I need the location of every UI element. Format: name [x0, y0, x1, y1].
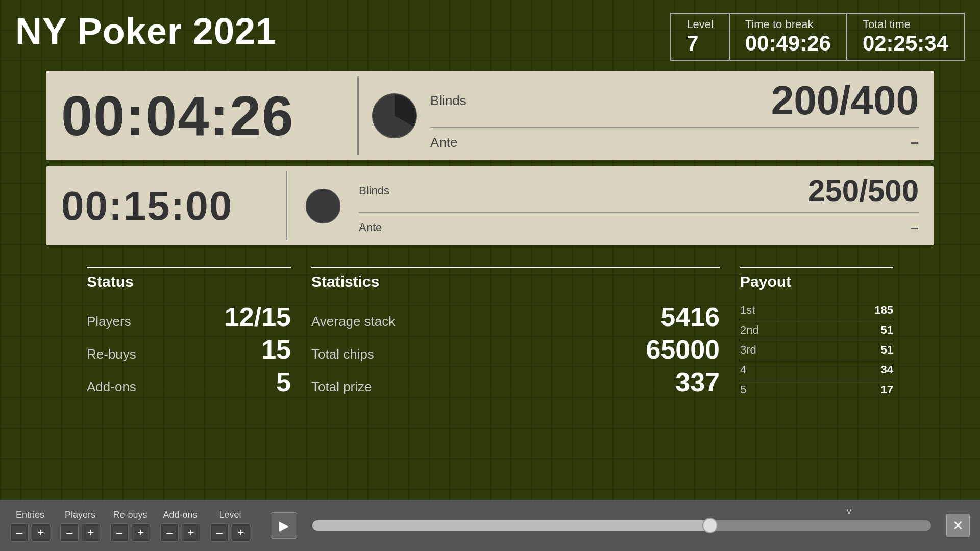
rebuys-value: 15	[261, 336, 291, 363]
primary-ante-value: –	[910, 134, 919, 151]
players-plus-btn[interactable]: +	[82, 523, 100, 542]
blinds-divider	[430, 127, 919, 128]
secondary-blinds-divider	[359, 212, 919, 213]
progress-bar[interactable]: v	[312, 520, 931, 531]
payout-row: 3rd 51	[740, 340, 893, 360]
entries-label: Entries	[16, 510, 44, 520]
avg-stack-value: 5416	[660, 304, 720, 330]
entries-plus-btn[interactable]: +	[32, 523, 50, 542]
players-control: Players – +	[60, 510, 100, 542]
total-prize-value: 337	[675, 369, 720, 395]
primary-blinds-row: Blinds 200/400	[430, 76, 919, 125]
addons-control: Add-ons – +	[160, 510, 200, 542]
addons-buttons: – +	[160, 523, 200, 542]
payout-place: 1st	[740, 304, 755, 317]
total-chips-label: Total chips	[311, 346, 374, 362]
rebuys-buttons: – +	[110, 523, 150, 542]
primary-blinds-section: Blinds 200/400 Ante –	[420, 76, 919, 155]
timer-divider-secondary	[286, 171, 287, 240]
time-to-break-value: 00:49:26	[745, 31, 831, 56]
total-chips-value: 65000	[646, 336, 720, 363]
total-time-label: Total time	[863, 18, 948, 31]
payout-amount: 34	[881, 363, 893, 377]
level-control: Level – +	[210, 510, 250, 542]
app-title: NY Poker 2021	[15, 10, 277, 52]
rebuys-minus-btn[interactable]: –	[110, 523, 129, 542]
close-button[interactable]: ✕	[946, 514, 970, 537]
secondary-ante-row: Ante –	[359, 215, 919, 240]
primary-timer-icon	[369, 93, 420, 139]
status-header: Status	[87, 267, 291, 298]
addons-minus-btn[interactable]: –	[160, 523, 179, 542]
avg-stack-row: Average stack 5416	[311, 300, 720, 333]
timer-divider-primary	[357, 76, 359, 155]
players-minus-btn[interactable]: –	[60, 523, 79, 542]
entries-minus-btn[interactable]: –	[10, 523, 29, 542]
status-column: Status Players 12/15 Re-buys 15 Add-ons …	[87, 267, 291, 399]
players-buttons: – +	[60, 523, 100, 542]
addons-value: 5	[276, 369, 291, 395]
progress-fill	[312, 520, 715, 531]
statistics-column: Statistics Average stack 5416 Total chip…	[311, 267, 720, 399]
level-minus-btn[interactable]: –	[210, 523, 229, 542]
time-to-break-stat: Time to break 00:49:26	[730, 14, 847, 60]
total-time-stat: Total time 02:25:34	[847, 14, 964, 60]
time-to-break-label: Time to break	[745, 18, 831, 31]
secondary-timer-icon	[298, 188, 349, 224]
payout-place: 5	[740, 383, 746, 396]
level-ctrl-label: Level	[219, 510, 241, 520]
total-prize-label: Total prize	[311, 379, 372, 395]
secondary-ante-value: –	[910, 219, 919, 236]
v-label: v	[844, 505, 854, 518]
payout-column: Payout 1st 185 2nd 51 3rd 51 4 34 5 17	[740, 267, 893, 399]
secondary-timer-panel: 00:15:00 Blinds 250/500 Ante –	[46, 166, 934, 245]
level-stat: Level 7	[671, 14, 730, 60]
payout-row: 1st 185	[740, 300, 893, 320]
payout-place: 4	[740, 363, 746, 377]
primary-ante-label: Ante	[430, 135, 458, 151]
total-chips-row: Total chips 65000	[311, 333, 720, 366]
payout-amount: 17	[881, 383, 893, 396]
timer-section: 00:04:26 Blinds 200/400 Ante – 00:15:00	[0, 66, 980, 257]
secondary-ante-label: Ante	[359, 221, 382, 234]
entries-control: Entries – +	[10, 510, 50, 542]
secondary-blinds-label: Blinds	[359, 184, 389, 197]
secondary-blinds-section: Blinds 250/500 Ante –	[349, 171, 919, 240]
level-plus-btn[interactable]: +	[232, 523, 250, 542]
payout-row: 4 34	[740, 360, 893, 380]
statistics-header: Statistics	[311, 267, 720, 298]
level-value: 7	[687, 31, 714, 56]
total-time-value: 02:25:34	[863, 31, 948, 56]
header-stats: Level 7 Time to break 00:49:26 Total tim…	[670, 13, 965, 61]
total-prize-row: Total prize 337	[311, 366, 720, 398]
rebuys-row: Re-buys 15	[87, 333, 291, 366]
rebuys-plus-btn[interactable]: +	[132, 523, 150, 542]
players-label: Players	[87, 314, 131, 330]
avg-stack-label: Average stack	[311, 314, 395, 330]
players-value: 12/15	[225, 304, 291, 330]
rebuys-ctrl-label: Re-buys	[113, 510, 147, 520]
primary-timer-display: 00:04:26	[61, 83, 347, 148]
primary-ante-row: Ante –	[430, 130, 919, 155]
payout-row: 5 17	[740, 380, 893, 399]
players-row: Players 12/15	[87, 300, 291, 333]
payout-amount: 51	[881, 323, 893, 337]
payout-rows: 1st 185 2nd 51 3rd 51 4 34 5 17	[740, 300, 893, 399]
secondary-blinds-value: 250/500	[808, 176, 919, 206]
play-button[interactable]: ▶	[271, 512, 297, 539]
primary-blinds-value: 200/400	[771, 80, 919, 121]
secondary-blinds-row: Blinds 250/500	[359, 171, 919, 210]
payout-amount: 51	[881, 343, 893, 357]
stats-section: Status Players 12/15 Re-buys 15 Add-ons …	[0, 257, 980, 405]
primary-blinds-label: Blinds	[430, 93, 467, 109]
addons-label: Add-ons	[87, 379, 136, 395]
addons-row: Add-ons 5	[87, 366, 291, 398]
header: NY Poker 2021 Level 7 Time to break 00:4…	[0, 0, 980, 66]
players-ctrl-label: Players	[65, 510, 95, 520]
addons-plus-btn[interactable]: +	[182, 523, 200, 542]
payout-header: Payout	[740, 267, 893, 298]
level-buttons: – +	[210, 523, 250, 542]
progress-thumb[interactable]	[702, 518, 718, 533]
primary-timer-panel: 00:04:26 Blinds 200/400 Ante –	[46, 71, 934, 160]
control-bar: Entries – + Players – + Re-buys – + Add-…	[0, 500, 980, 551]
